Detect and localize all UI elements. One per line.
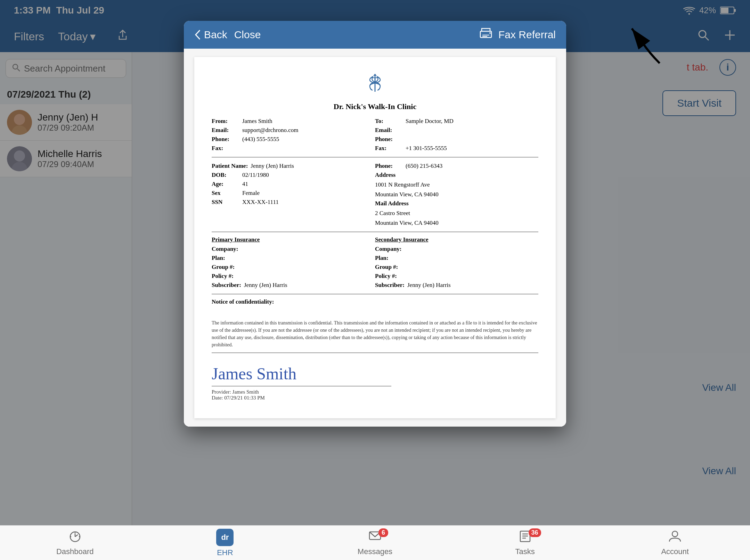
dashboard-icon bbox=[68, 530, 82, 545]
doc-notice-section: Notice of confidentiality: The informati… bbox=[212, 298, 538, 353]
tab-dashboard[interactable]: Dashboard bbox=[0, 526, 150, 560]
account-label: Account bbox=[661, 547, 689, 556]
svg-rect-16 bbox=[482, 35, 489, 35]
tab-bar: Dashboard dr EHR 6 Messages 36 Tasks bbox=[0, 525, 750, 560]
messages-badge: 6 bbox=[378, 528, 388, 537]
doc-provider-info: Provider: James Smith bbox=[212, 389, 538, 395]
svg-rect-17 bbox=[482, 36, 487, 37]
modal-back-button[interactable]: Back bbox=[194, 29, 227, 41]
doc-fields-grid: From: James Smith Email: support@drchron… bbox=[212, 117, 538, 157]
doc-notice-text: The information contained in this transm… bbox=[212, 319, 538, 348]
modal-overlay[interactable]: Back Close Fax Referral bbox=[0, 0, 750, 560]
svg-point-18 bbox=[489, 32, 491, 34]
modal-header: Back Close Fax Referral bbox=[184, 21, 566, 49]
print-icon[interactable] bbox=[479, 27, 493, 42]
doc-page: Dr. Nick's Walk-In Clinic From: James Sm… bbox=[194, 57, 556, 418]
tasks-badge: 36 bbox=[529, 528, 541, 537]
doc-clinic-name: Dr. Nick's Walk-In Clinic bbox=[212, 102, 538, 111]
dashboard-label: Dashboard bbox=[56, 547, 94, 556]
fax-referral-label[interactable]: Fax Referral bbox=[498, 29, 556, 41]
doc-logo bbox=[212, 71, 538, 97]
primary-insurance-label: Primary Insurance bbox=[212, 236, 375, 243]
svg-point-32 bbox=[672, 531, 678, 537]
ehr-icon: dr bbox=[216, 529, 234, 546]
doc-signature-area: James Smith Provider: James Smith Date: … bbox=[212, 357, 538, 404]
doc-patient-grid: Patient Name: Jenny (Jen) Harris DOB: 02… bbox=[212, 162, 538, 232]
doc-sig-line bbox=[212, 386, 391, 386]
secondary-insurance-label: Secondary Insurance bbox=[375, 236, 538, 243]
svg-marker-20 bbox=[373, 74, 377, 76]
account-icon bbox=[668, 530, 682, 545]
tab-ehr[interactable]: dr EHR bbox=[150, 526, 300, 560]
tab-tasks[interactable]: 36 Tasks bbox=[450, 526, 600, 560]
doc-insurance-grid: Primary Insurance Company: Plan: Group #… bbox=[212, 236, 538, 294]
modal-header-right: Fax Referral bbox=[479, 27, 556, 42]
doc-date-info: Date: 07/29/21 01:33 PM bbox=[212, 395, 538, 401]
tab-account[interactable]: Account bbox=[600, 526, 750, 560]
modal-document: Dr. Nick's Walk-In Clinic From: James Sm… bbox=[184, 49, 566, 427]
doc-signature: James Smith bbox=[212, 364, 538, 383]
tab-messages[interactable]: 6 Messages bbox=[300, 526, 450, 560]
doc-notice-title: Notice of confidentiality: bbox=[212, 298, 538, 305]
fax-referral-modal: Back Close Fax Referral bbox=[184, 21, 566, 427]
modal-close-button[interactable]: Close bbox=[234, 29, 261, 41]
ehr-label: EHR bbox=[217, 548, 233, 557]
tasks-label: Tasks bbox=[515, 547, 535, 556]
messages-label: Messages bbox=[358, 547, 392, 556]
